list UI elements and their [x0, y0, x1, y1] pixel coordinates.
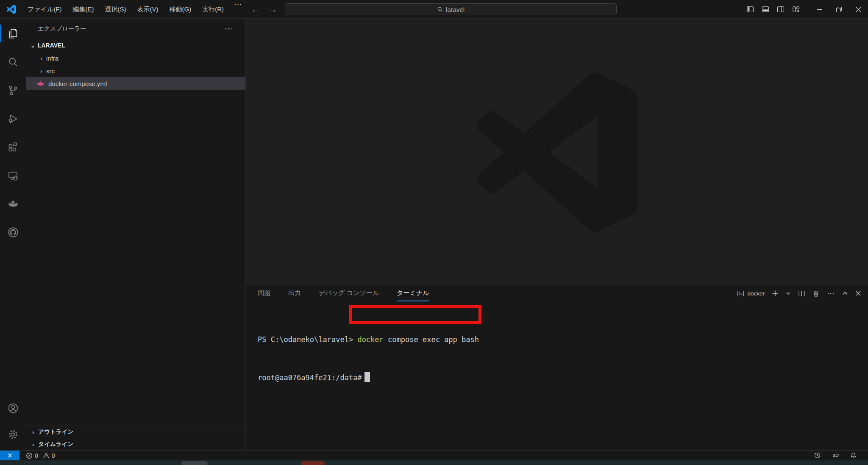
- background-red-pill: [301, 461, 325, 465]
- chevron-right-icon: ›: [32, 429, 34, 435]
- tree-item-docker-compose[interactable]: docker-compose.yml: [26, 77, 245, 90]
- settings-button[interactable]: [0, 425, 26, 444]
- warning-count: 0: [52, 452, 55, 459]
- activity-run-debug[interactable]: [0, 109, 26, 128]
- close-icon[interactable]: [849, 0, 868, 19]
- activity-search[interactable]: [0, 52, 26, 72]
- sidebar-more-icon[interactable]: ⋯: [225, 24, 233, 33]
- sidebar-title: エクスプローラー: [38, 25, 86, 33]
- history-icon[interactable]: [814, 452, 821, 459]
- minimize-icon[interactable]: [810, 0, 829, 19]
- tab-debug-console[interactable]: デバッグ コンソール: [319, 285, 379, 301]
- terminal-content[interactable]: PS C:\odaneko\laravel> docker compose ex…: [258, 308, 479, 409]
- chevron-up-icon[interactable]: [842, 290, 848, 296]
- shell-picker[interactable]: docker: [737, 290, 765, 297]
- git-branch-icon: [7, 85, 19, 96]
- background-window-strip: [0, 460, 868, 465]
- remote-indicator[interactable]: [0, 451, 19, 460]
- activity-bar: [0, 19, 26, 450]
- layout-customize-icon[interactable]: [792, 5, 800, 14]
- vscode-logo: [7, 5, 16, 14]
- nav-back-arrow[interactable]: ←: [251, 0, 259, 19]
- activity-remote-explorer[interactable]: [0, 166, 26, 185]
- close-icon[interactable]: [855, 290, 861, 296]
- powershell-prompt: PS C:\odaneko\laravel>: [258, 335, 357, 344]
- gear-icon: [7, 429, 19, 440]
- editor-area: [246, 19, 868, 285]
- remote-indicator-icon: [6, 452, 14, 459]
- docker-whale-icon: [7, 198, 19, 210]
- terminal-toolbar: docker ⋯: [737, 285, 861, 301]
- search-text: laravel: [446, 6, 465, 13]
- activity-source-control[interactable]: [0, 81, 26, 100]
- warning-icon: [43, 452, 50, 459]
- remote-monitor-icon: [7, 170, 19, 181]
- activity-docker[interactable]: [0, 194, 26, 214]
- tree-item-label: infra: [46, 55, 58, 62]
- command-keyword: docker: [357, 335, 383, 344]
- restore-icon[interactable]: [829, 0, 849, 19]
- tree-item-label: src: [46, 67, 55, 75]
- background-grey-pill: [181, 461, 208, 465]
- tree-item-src[interactable]: › src: [26, 64, 245, 77]
- more-icon[interactable]: ⋯: [827, 289, 835, 298]
- menu-go[interactable]: 移動(G): [164, 0, 197, 19]
- project-root-label: LARAVEL: [38, 42, 65, 49]
- search-icon: [7, 56, 19, 68]
- titlebar: ファイル(F) 編集(E) 選択(S) 表示(V) 移動(G) 実行(R) ⋯ …: [0, 0, 868, 19]
- command-args: compose exec app bash: [384, 335, 479, 344]
- menu-bar: ファイル(F) 編集(E) 選択(S) 表示(V) 移動(G) 実行(R) ⋯: [22, 0, 247, 19]
- github-octocat-icon: [7, 226, 19, 238]
- section-label: アウトライン: [38, 428, 73, 436]
- chevron-down-icon[interactable]: [786, 291, 791, 296]
- titlebar-right: [746, 0, 868, 19]
- layout-sidebar-icon[interactable]: [746, 5, 754, 14]
- account-icon: [7, 402, 19, 414]
- section-timeline[interactable]: › タイムライン: [26, 438, 245, 450]
- files-icon: [7, 28, 19, 39]
- terminal-icon: [737, 290, 744, 297]
- split-terminal-icon[interactable]: [798, 290, 805, 297]
- tab-terminal[interactable]: ターミナル: [397, 285, 429, 301]
- bell-icon[interactable]: [850, 452, 857, 459]
- menu-run[interactable]: 実行(R): [197, 0, 229, 19]
- tab-output[interactable]: 出力: [288, 285, 301, 301]
- error-count: 0: [35, 452, 38, 459]
- section-outline[interactable]: › アウトライン: [26, 426, 245, 438]
- bottom-panel: 問題 出力 デバッグ コンソール ターミナル docker: [246, 285, 868, 450]
- menu-view[interactable]: 表示(V): [132, 0, 164, 19]
- activity-explorer[interactable]: [0, 24, 26, 43]
- extensions-icon: [7, 142, 19, 153]
- nav-forward-arrow[interactable]: →: [269, 0, 277, 19]
- search-icon: [437, 6, 443, 12]
- bash-prompt: root@aa076a94fe21:/data#: [258, 373, 362, 382]
- trash-icon[interactable]: [812, 290, 820, 297]
- project-root-row[interactable]: ⌄ LARAVEL: [26, 39, 245, 52]
- command-center-search[interactable]: laravel: [285, 3, 617, 15]
- menu-more-ellipsis[interactable]: ⋯: [229, 0, 247, 19]
- tab-problems[interactable]: 問題: [258, 285, 270, 301]
- tree-item-infra[interactable]: › infra: [26, 52, 245, 64]
- error-icon: [26, 452, 33, 459]
- chevron-right-icon: ›: [40, 55, 42, 62]
- layout-panel-icon[interactable]: [761, 5, 770, 14]
- play-bug-icon: [7, 113, 19, 125]
- section-label: タイムライン: [38, 440, 73, 448]
- new-terminal-icon[interactable]: [772, 290, 779, 297]
- problems-summary[interactable]: 0 0: [26, 452, 58, 459]
- tree-item-label: docker-compose.yml: [48, 80, 107, 87]
- menu-selection[interactable]: 選択(S): [100, 0, 132, 19]
- vscode-watermark: [476, 72, 638, 232]
- docker-whale-icon: [36, 79, 45, 88]
- activity-extensions[interactable]: [0, 137, 26, 157]
- menu-file[interactable]: ファイル(F): [22, 0, 67, 19]
- status-bar: 0 0: [0, 450, 868, 460]
- feedback-icon[interactable]: [832, 452, 839, 459]
- terminal-line-2: root@aa076a94fe21:/data#: [258, 371, 479, 384]
- terminal-cursor: [364, 372, 370, 382]
- menu-edit[interactable]: 編集(E): [67, 0, 100, 19]
- activity-github[interactable]: [0, 223, 26, 242]
- shell-label: docker: [747, 290, 765, 297]
- layout-secondary-sidebar-icon[interactable]: [776, 5, 785, 14]
- account-button[interactable]: [0, 398, 26, 418]
